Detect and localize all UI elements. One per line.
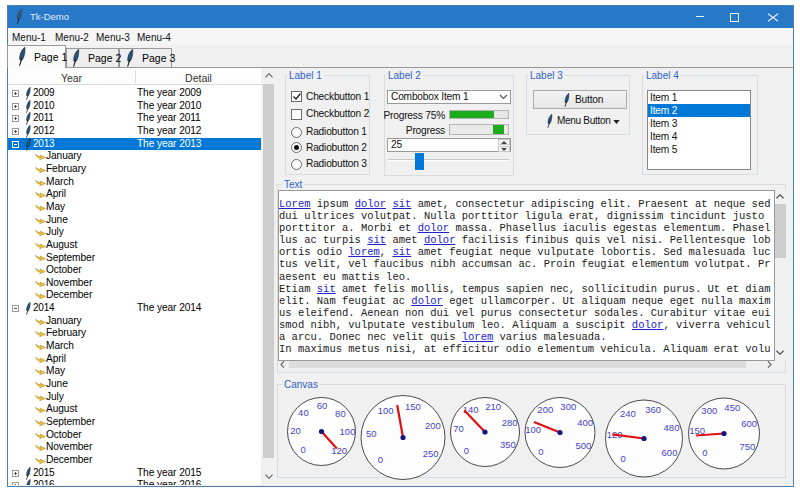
svg-text:250: 250 [423,448,439,459]
svg-text:350: 350 [500,439,516,450]
svg-text:480: 480 [664,422,680,433]
svg-text:600: 600 [741,418,757,429]
svg-text:300: 300 [701,405,717,416]
svg-text:0: 0 [300,444,305,455]
svg-text:450: 450 [724,402,740,413]
svg-text:70: 70 [453,423,464,434]
svg-text:280: 280 [502,417,518,428]
svg-text:20: 20 [290,425,301,436]
svg-text:80: 80 [335,408,346,419]
svg-text:50: 50 [366,428,377,439]
svg-text:400: 400 [577,417,593,428]
svg-text:0: 0 [464,445,469,456]
svg-text:0: 0 [378,454,383,465]
svg-text:0: 0 [702,447,707,458]
svg-text:600: 600 [662,447,678,458]
svg-text:360: 360 [645,404,661,415]
svg-text:200: 200 [537,404,553,415]
svg-text:200: 200 [425,420,441,431]
svg-text:0: 0 [620,453,625,464]
svg-text:500: 500 [575,440,591,451]
svg-text:0: 0 [538,446,543,457]
svg-text:100: 100 [340,426,356,437]
svg-text:40: 40 [298,407,309,418]
svg-text:240: 240 [620,408,636,419]
svg-text:100: 100 [525,424,541,435]
svg-text:150: 150 [405,401,421,412]
svg-text:750: 750 [739,441,755,452]
svg-text:300: 300 [560,401,576,412]
svg-text:60: 60 [317,400,328,411]
svg-text:140: 140 [463,404,479,415]
svg-text:100: 100 [378,405,394,416]
svg-text:210: 210 [485,401,501,412]
